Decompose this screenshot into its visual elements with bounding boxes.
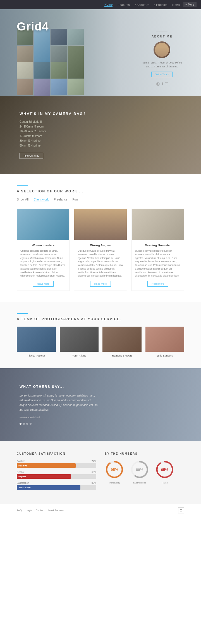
photo-cell-6[interactable] bbox=[51, 46, 67, 62]
filter-client-work[interactable]: Client work bbox=[34, 198, 49, 202]
photo-cell-5[interactable] bbox=[17, 46, 33, 62]
team-name-3: Julie Sanders bbox=[145, 354, 185, 357]
footer-link-login[interactable]: Login bbox=[26, 509, 32, 512]
testimonial-author: Praesent Hubbard bbox=[20, 416, 98, 419]
team-photo-0[interactable] bbox=[17, 327, 56, 352]
bar-satisfaction: Satisfaction 80% Satisfaction bbox=[17, 482, 96, 490]
work-section: A SELECTION OF OUR WORK ... Show All Cli… bbox=[0, 174, 201, 302]
nav-home[interactable]: Home bbox=[104, 3, 113, 7]
svg-text:95%: 95% bbox=[161, 468, 168, 472]
nav-news[interactable]: News bbox=[172, 3, 180, 6]
find-out-button[interactable]: Find Out Why bbox=[20, 153, 43, 159]
work-card-body-1: Wrong Angles Quisque convallis posuere p… bbox=[74, 240, 126, 291]
footer: FAQ Login Contact Meet the team bbox=[0, 504, 201, 517]
twitter-icon[interactable]: 𝕋 bbox=[165, 82, 168, 87]
camera-item-5: 50mm f1.4 prime bbox=[20, 144, 86, 147]
social-icons: Ⓧ f 𝕋 bbox=[140, 82, 184, 87]
footer-link-contact[interactable]: Contact bbox=[36, 509, 44, 512]
work-card-1: Wrong Angles Quisque convallis posuere p… bbox=[74, 209, 127, 291]
photo-cell-14[interactable] bbox=[68, 79, 84, 95]
work-card-img-1[interactable] bbox=[74, 209, 126, 240]
team-photo-1[interactable] bbox=[60, 327, 99, 352]
bar-positive-track: Positive bbox=[17, 463, 96, 468]
photo-cell-10[interactable] bbox=[51, 62, 67, 79]
work-card-body-2: Morning Brewster Quisque convallis posue… bbox=[132, 240, 184, 291]
avatar-face bbox=[155, 43, 169, 57]
photo-cell-13[interactable] bbox=[51, 79, 67, 95]
camera-title: WHAT'S IN MY CAMERA BAG? bbox=[20, 112, 86, 116]
stats-section: CUSTOMER SATISFACTION Positive 74% Posit… bbox=[0, 441, 201, 504]
photo-cell-7[interactable] bbox=[68, 46, 84, 79]
team-name-1: Yann Atkins bbox=[60, 354, 99, 357]
photo-cell-12[interactable] bbox=[34, 79, 50, 96]
work-card-img-0[interactable] bbox=[17, 209, 69, 240]
dot-4[interactable] bbox=[30, 423, 32, 425]
pinterest-icon[interactable]: Ⓧ bbox=[156, 82, 160, 87]
nav-features[interactable]: Features bbox=[118, 3, 130, 6]
nav-more-button[interactable]: ≡ More bbox=[183, 2, 197, 7]
photo-cell-8[interactable] bbox=[17, 62, 33, 79]
team-section: A TEAM OF PHOTOGRAPHERS AT YOUR SERVICE.… bbox=[0, 302, 201, 368]
facebook-icon[interactable]: f bbox=[162, 82, 163, 87]
about-me-title: ABOUT ME bbox=[140, 35, 184, 38]
work-card-title-1: Wrong Angles bbox=[78, 244, 123, 247]
photo-cell-2[interactable] bbox=[34, 29, 50, 62]
team-member-3: Julie Sanders bbox=[145, 327, 185, 357]
team-name-2: Ramone Stewart bbox=[102, 354, 142, 357]
circle-submissions: 80% Submissions bbox=[130, 460, 149, 484]
footer-link-faq[interactable]: FAQ bbox=[17, 509, 22, 512]
camera-bag-section: WHAT'S IN MY CAMERA BAG? Canon 5d Mark I… bbox=[0, 96, 201, 174]
about-me-panel: ABOUT ME I am an artist. A lover of good… bbox=[140, 32, 184, 87]
team-photo-2[interactable] bbox=[102, 327, 142, 352]
camera-item-0: Canon 5d Mark III bbox=[20, 120, 86, 123]
read-more-button-0[interactable]: Read more bbox=[33, 281, 54, 287]
about-me-bio: I am an artist. A lover of good coffee a… bbox=[140, 61, 184, 69]
photo-cell-11[interactable] bbox=[17, 79, 33, 95]
photo-cell-4[interactable] bbox=[68, 29, 84, 45]
circle-rates-label: Rates bbox=[155, 482, 174, 484]
team-section-title: A TEAM OF PHOTOGRAPHERS AT YOUR SERVICE. bbox=[17, 317, 184, 321]
circle-rates-svg: 95% bbox=[155, 460, 174, 479]
work-card-img-2[interactable] bbox=[132, 209, 184, 240]
work-section-title: A SELECTION OF OUR WORK ... bbox=[17, 189, 184, 193]
bar-repeat-inside: Repeat bbox=[18, 475, 26, 478]
filter-freelance[interactable]: Freelance bbox=[54, 198, 68, 202]
team-photo-3[interactable] bbox=[145, 327, 185, 352]
camera-item-3: 17-40mm f4 zoom bbox=[20, 135, 86, 138]
circle-submissions-svg: 80% bbox=[130, 460, 149, 479]
bar-satisfaction-track: Satisfaction bbox=[17, 485, 96, 490]
work-card-title-2: Morning Brewster bbox=[135, 244, 181, 247]
team-grid: Flavial Pasteur Yann Atkins Ramone Stewa… bbox=[17, 327, 184, 357]
read-more-button-1[interactable]: Read more bbox=[90, 281, 111, 287]
satisfaction-title: CUSTOMER SATISFACTION bbox=[17, 452, 96, 455]
work-card-body-0: Woven masters Quisque convallis posuere … bbox=[17, 240, 69, 291]
dot-3[interactable] bbox=[26, 423, 28, 425]
circle-submissions-label: Submissions bbox=[130, 482, 149, 484]
work-card-text-2: Quisque convallis posuere pulvinar. Prae… bbox=[135, 249, 181, 278]
circle-punctuality-svg: 95% bbox=[105, 460, 124, 479]
svg-text:95%: 95% bbox=[111, 468, 118, 472]
get-in-touch-button[interactable]: Get in Touch bbox=[151, 72, 173, 77]
nav-about[interactable]: • About Us bbox=[135, 3, 149, 6]
camera-item-2: 70-200mm f2.8 zoom bbox=[20, 130, 86, 133]
team-member-0: Flavial Pasteur bbox=[17, 327, 56, 357]
bar-satisfaction-label: Satisfaction 80% bbox=[17, 482, 96, 484]
photo-cell-3[interactable] bbox=[51, 29, 67, 45]
photo-cell-9[interactable] bbox=[34, 62, 50, 79]
nav-projects[interactable]: • Projects bbox=[154, 3, 167, 6]
bar-positive: Positive 74% Positive bbox=[17, 460, 96, 468]
filter-show-all[interactable]: Show All bbox=[17, 198, 28, 202]
footer-expand-icon[interactable] bbox=[178, 507, 184, 513]
filter-fun[interactable]: Fun bbox=[73, 198, 78, 202]
camera-content: WHAT'S IN MY CAMERA BAG? Canon 5d Mark I… bbox=[0, 100, 106, 170]
circle-punctuality-label: Punctuality bbox=[105, 482, 124, 484]
work-card-text-0: Quisque convallis posuere pulvinar. Prae… bbox=[20, 249, 66, 278]
circle-rates: 95% Rates bbox=[155, 460, 174, 484]
nav-links: Home Features • About Us • Projects News bbox=[104, 3, 180, 7]
dot-2[interactable] bbox=[23, 423, 25, 425]
read-more-button-2[interactable]: Read more bbox=[147, 281, 168, 287]
footer-link-team[interactable]: Meet the team bbox=[48, 509, 64, 512]
dot-1[interactable] bbox=[20, 423, 21, 425]
about-me-avatar bbox=[154, 41, 170, 58]
work-card-title-0: Woven masters bbox=[20, 244, 66, 247]
